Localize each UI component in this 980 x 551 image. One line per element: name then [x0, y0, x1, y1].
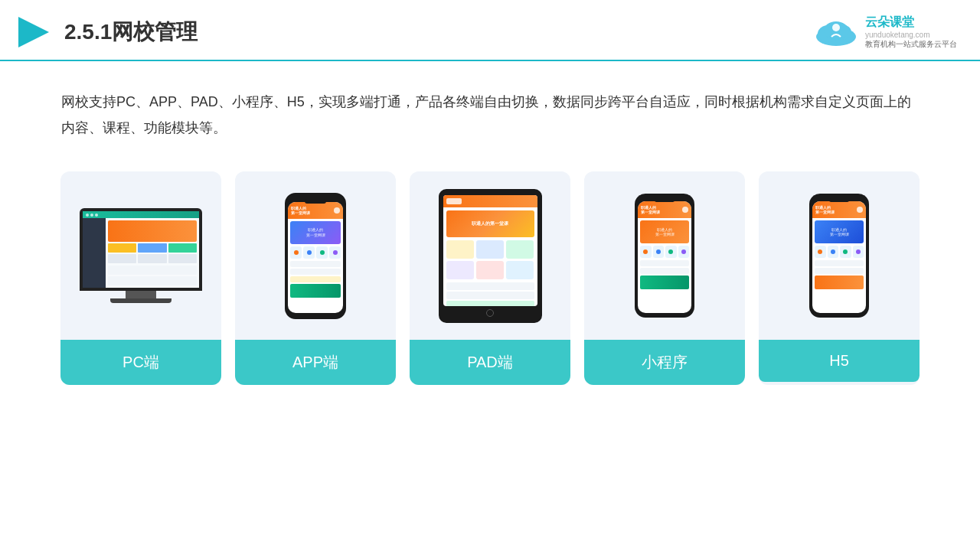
- miniapp-phone-mockup: 职通人的第一堂网课 职通人的第一堂网课: [635, 194, 694, 318]
- description-text: 网校支持PC、APP、PAD、小程序、H5，实现多端打通，产品各终端自由切换，数…: [0, 61, 980, 156]
- logo-name: 云朵课堂: [865, 15, 914, 31]
- pc-mockup: [80, 208, 202, 303]
- svg-marker-0: [18, 17, 49, 47]
- card-pc-image: [60, 171, 221, 340]
- svg-point-5: [832, 24, 840, 31]
- play-icon: [15, 14, 52, 51]
- card-app-image: 职通人的第一堂网课 职通人的第一堂网课: [235, 171, 396, 340]
- logo-domain: yunduoketang.com: [865, 31, 930, 39]
- card-h5-label: H5: [759, 340, 920, 382]
- app-phone-mockup: 职通人的第一堂网课 职通人的第一堂网课: [285, 193, 346, 319]
- card-pad: 职通人的第一堂课: [410, 171, 570, 385]
- card-app: 职通人的第一堂网课 职通人的第一堂网课: [235, 171, 396, 385]
- cloud-logo-icon: [812, 17, 861, 47]
- logo-area: 云朵课堂 yunduoketang.com 教育机构一站式服务云平台: [812, 15, 957, 50]
- header-left: 2.5.1网校管理: [15, 14, 198, 51]
- card-h5: 职通人的第一堂网课 职通人的第一堂网课: [759, 171, 920, 385]
- card-h5-image: 职通人的第一堂网课 职通人的第一堂网课: [759, 171, 920, 340]
- card-app-label: APP端: [235, 340, 396, 385]
- card-pc-label: PC端: [60, 340, 221, 385]
- logo-text: 云朵课堂 yunduoketang.com 教育机构一站式服务云平台: [865, 15, 957, 50]
- h5-phone-mockup: 职通人的第一堂网课 职通人的第一堂网课: [809, 194, 869, 318]
- cards-container: PC端 职通人的第一堂网课 职通人的第一堂网课: [0, 156, 980, 400]
- card-pc: PC端: [60, 171, 221, 385]
- card-miniapp: 职通人的第一堂网课 职通人的第一堂网课: [584, 171, 745, 385]
- logo-tagline: 教育机构一站式服务云平台: [865, 39, 957, 50]
- header: 2.5.1网校管理 云朵课堂 yunduoketang.com 教育机构一站式服…: [0, 0, 980, 61]
- pad-tablet-mockup: 职通人的第一堂课: [439, 189, 542, 323]
- card-pad-label: PAD端: [410, 340, 570, 385]
- card-miniapp-label: 小程序: [584, 340, 745, 385]
- page-title: 2.5.1网校管理: [64, 18, 198, 47]
- card-miniapp-image: 职通人的第一堂网课 职通人的第一堂网课: [584, 171, 745, 340]
- card-pad-image: 职通人的第一堂课: [410, 171, 570, 340]
